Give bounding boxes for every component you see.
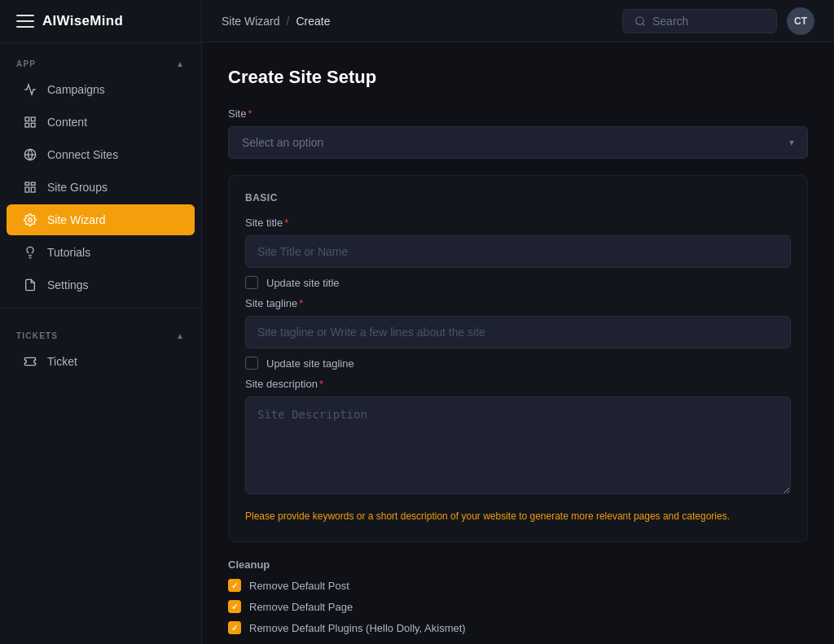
site-description-textarea[interactable] (245, 396, 791, 494)
sidebar-item-settings-label: Settings (47, 278, 89, 291)
update-site-tagline-checkbox[interactable] (245, 357, 258, 370)
site-title-input[interactable] (245, 235, 791, 268)
cleanup-title: Cleanup (228, 559, 808, 571)
sidebar-item-connect-sites-label: Connect Sites (47, 148, 118, 161)
avatar[interactable]: CT (787, 7, 814, 35)
sidebar-item-tutorials[interactable]: Tutorials (7, 237, 195, 268)
search-icon (634, 15, 646, 27)
campaigns-icon (23, 82, 37, 97)
breadcrumb-separator: / (287, 15, 290, 28)
topbar: Site Wizard / Create CT (202, 0, 834, 42)
site-tagline-label: Site tagline* (245, 297, 791, 309)
svg-point-10 (29, 218, 32, 221)
svg-line-14 (643, 23, 645, 25)
settings-icon (23, 278, 37, 292)
search-input[interactable] (652, 15, 765, 28)
sidebar: AIWiseMind APP ▲ Campaigns Content Conne… (0, 0, 202, 644)
remove-default-plugins-checkbox[interactable] (228, 621, 241, 634)
svg-rect-3 (31, 123, 35, 127)
update-site-title-row: Update site title (245, 276, 791, 289)
main-area: Site Wizard / Create CT Create Site Setu… (202, 0, 834, 644)
gear-icon (23, 212, 37, 227)
globe-icon (23, 147, 37, 162)
update-site-tagline-label: Update site tagline (266, 357, 354, 370)
search-box[interactable] (622, 9, 777, 33)
svg-point-13 (636, 16, 643, 24)
remove-default-plugins-label: Remove Default Plugins (Hello Dolly, Aki… (249, 622, 466, 634)
site-select-value: Select an option (242, 136, 323, 149)
sidebar-item-ticket[interactable]: Ticket (7, 346, 195, 377)
breadcrumb-current: Create (296, 15, 330, 28)
remove-default-post-checkbox[interactable] (228, 579, 241, 592)
sidebar-item-campaigns[interactable]: Campaigns (7, 74, 195, 105)
site-tagline-input[interactable] (245, 316, 791, 348)
sidebar-item-ticket-label: Ticket (47, 355, 77, 368)
svg-rect-8 (25, 187, 29, 192)
svg-rect-9 (31, 187, 35, 192)
breadcrumb-parent[interactable]: Site Wizard (222, 15, 280, 28)
sidebar-item-site-groups[interactable]: Site Groups (7, 172, 195, 203)
site-title-label: Site title* (245, 217, 791, 229)
sidebar-item-site-wizard[interactable]: Site Wizard (7, 204, 195, 235)
update-site-title-label: Update site title (266, 277, 340, 289)
site-select[interactable]: Select an option ▾ (228, 126, 808, 159)
update-site-title-checkbox[interactable] (245, 276, 258, 289)
description-hint: Please provide keywords or a short descr… (245, 510, 791, 522)
update-site-tagline-row: Update site tagline (245, 357, 791, 370)
topbar-right: CT (622, 7, 814, 35)
breadcrumb: Site Wizard / Create (222, 15, 331, 28)
content-icon (23, 115, 37, 129)
svg-rect-2 (25, 123, 29, 127)
bulb-icon (23, 245, 37, 260)
sidebar-item-content-label: Content (47, 116, 87, 129)
basic-section: Basic Site title* Update site title Site… (228, 175, 808, 542)
site-description-label: Site description* (245, 378, 791, 390)
svg-rect-7 (31, 182, 35, 185)
sidebar-logo[interactable]: AIWiseMind (0, 0, 201, 43)
site-label: Site* (228, 107, 808, 120)
ticket-icon (23, 354, 37, 369)
remove-default-page-checkbox[interactable] (228, 600, 241, 613)
content-area: Create Site Setup Site* Select an option… (202, 42, 834, 644)
sidebar-item-site-groups-label: Site Groups (47, 181, 108, 194)
section-app-label: APP ▲ (0, 43, 201, 73)
svg-rect-1 (31, 117, 35, 121)
sidebar-item-site-wizard-label: Site Wizard (47, 213, 106, 226)
page-title: Create Site Setup (228, 67, 808, 88)
app-name: AIWiseMind (42, 13, 123, 29)
grid-icon (23, 180, 37, 195)
section-tickets-label: TICKETS ▲ (0, 315, 201, 345)
hamburger-icon[interactable] (16, 15, 34, 28)
section-app-chevron: ▲ (176, 59, 185, 68)
chevron-down-icon: ▾ (789, 137, 794, 148)
svg-rect-0 (25, 117, 29, 121)
remove-default-post-label: Remove Default Post (249, 580, 349, 592)
sidebar-item-tutorials-label: Tutorials (47, 246, 90, 259)
section-tickets-chevron: ▲ (176, 331, 185, 340)
remove-default-plugins-row: Remove Default Plugins (Hello Dolly, Aki… (228, 621, 808, 634)
basic-section-title: Basic (245, 192, 791, 204)
sidebar-item-content[interactable]: Content (7, 107, 195, 138)
remove-default-page-label: Remove Default Page (249, 601, 353, 613)
sidebar-item-campaigns-label: Campaigns (47, 83, 105, 96)
remove-default-post-row: Remove Default Post (228, 579, 808, 592)
sidebar-item-connect-sites[interactable]: Connect Sites (7, 139, 195, 170)
remove-default-page-row: Remove Default Page (228, 600, 808, 613)
svg-rect-6 (25, 182, 29, 185)
sidebar-divider (0, 308, 201, 309)
sidebar-item-settings[interactable]: Settings (7, 269, 195, 300)
